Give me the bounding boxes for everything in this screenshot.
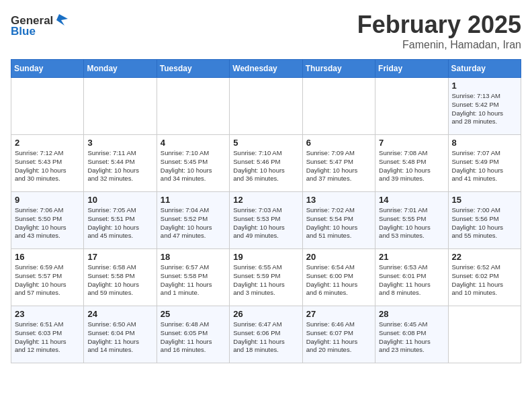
- day-number: 19: [233, 252, 298, 262]
- calendar-week-row: 9Sunrise: 7:06 AM Sunset: 5:50 PM Daylig…: [11, 192, 521, 249]
- calendar-cell: 23Sunrise: 6:51 AM Sunset: 6:03 PM Dayli…: [11, 306, 84, 363]
- day-number: 28: [379, 309, 444, 319]
- day-number: 11: [161, 195, 226, 205]
- calendar-cell: 21Sunrise: 6:53 AM Sunset: 6:01 PM Dayli…: [375, 249, 448, 306]
- calendar-cell: 9Sunrise: 7:06 AM Sunset: 5:50 PM Daylig…: [11, 192, 84, 249]
- calendar-table: SundayMondayTuesdayWednesdayThursdayFrid…: [11, 59, 521, 363]
- calendar-cell: 1Sunrise: 7:13 AM Sunset: 5:42 PM Daylig…: [448, 78, 521, 135]
- calendar-week-row: 2Sunrise: 7:12 AM Sunset: 5:43 PM Daylig…: [11, 135, 521, 192]
- day-info: Sunrise: 7:04 AM Sunset: 5:52 PM Dayligh…: [161, 206, 226, 240]
- calendar-cell: 16Sunrise: 6:59 AM Sunset: 5:57 PM Dayli…: [11, 249, 84, 306]
- day-info: Sunrise: 7:09 AM Sunset: 5:47 PM Dayligh…: [306, 149, 371, 183]
- column-header-thursday: Thursday: [302, 60, 375, 78]
- calendar-cell: 5Sunrise: 7:10 AM Sunset: 5:46 PM Daylig…: [230, 135, 302, 192]
- day-info: Sunrise: 6:52 AM Sunset: 6:02 PM Dayligh…: [452, 263, 517, 298]
- day-number: 13: [306, 195, 371, 205]
- day-number: 25: [161, 309, 226, 319]
- day-info: Sunrise: 6:48 AM Sunset: 6:05 PM Dayligh…: [161, 320, 226, 355]
- day-number: 7: [379, 138, 444, 148]
- day-number: 21: [379, 252, 444, 262]
- calendar-cell: [375, 78, 448, 135]
- day-number: 4: [161, 138, 226, 148]
- calendar-cell: 19Sunrise: 6:55 AM Sunset: 5:59 PM Dayli…: [230, 249, 302, 306]
- calendar-week-row: 16Sunrise: 6:59 AM Sunset: 5:57 PM Dayli…: [11, 249, 521, 306]
- day-number: 20: [306, 252, 371, 262]
- calendar-cell: 24Sunrise: 6:50 AM Sunset: 6:04 PM Dayli…: [84, 306, 157, 363]
- calendar-cell: [302, 78, 375, 135]
- calendar-cell: 26Sunrise: 6:47 AM Sunset: 6:06 PM Dayli…: [230, 306, 302, 363]
- day-info: Sunrise: 6:54 AM Sunset: 6:00 PM Dayligh…: [306, 263, 371, 298]
- day-info: Sunrise: 7:03 AM Sunset: 5:53 PM Dayligh…: [233, 206, 298, 240]
- calendar-cell: 4Sunrise: 7:10 AM Sunset: 5:45 PM Daylig…: [157, 135, 229, 192]
- day-number: 27: [306, 309, 371, 319]
- day-info: Sunrise: 7:11 AM Sunset: 5:44 PM Dayligh…: [87, 149, 152, 183]
- column-header-tuesday: Tuesday: [157, 60, 229, 78]
- calendar-cell: [157, 78, 229, 135]
- column-header-sunday: Sunday: [11, 60, 84, 78]
- day-number: 17: [87, 252, 152, 262]
- calendar-cell: 10Sunrise: 7:05 AM Sunset: 5:51 PM Dayli…: [84, 192, 157, 249]
- location: Famenin, Hamadan, Iran: [357, 39, 521, 51]
- calendar-cell: 11Sunrise: 7:04 AM Sunset: 5:52 PM Dayli…: [157, 192, 229, 249]
- day-info: Sunrise: 7:02 AM Sunset: 5:54 PM Dayligh…: [306, 206, 371, 240]
- day-info: Sunrise: 7:13 AM Sunset: 5:42 PM Dayligh…: [452, 92, 517, 126]
- day-number: 18: [161, 252, 226, 262]
- day-number: 3: [87, 138, 152, 148]
- calendar-cell: 28Sunrise: 6:45 AM Sunset: 6:08 PM Dayli…: [375, 306, 448, 363]
- calendar-cell: 15Sunrise: 7:00 AM Sunset: 5:56 PM Dayli…: [448, 192, 521, 249]
- calendar-cell: 27Sunrise: 6:46 AM Sunset: 6:07 PM Dayli…: [302, 306, 375, 363]
- calendar-cell: 13Sunrise: 7:02 AM Sunset: 5:54 PM Dayli…: [302, 192, 375, 249]
- calendar-cell: 2Sunrise: 7:12 AM Sunset: 5:43 PM Daylig…: [11, 135, 84, 192]
- day-info: Sunrise: 6:57 AM Sunset: 5:58 PM Dayligh…: [161, 263, 226, 298]
- calendar-cell: 8Sunrise: 7:07 AM Sunset: 5:49 PM Daylig…: [448, 135, 521, 192]
- calendar-cell: 6Sunrise: 7:09 AM Sunset: 5:47 PM Daylig…: [302, 135, 375, 192]
- column-header-monday: Monday: [84, 60, 157, 78]
- day-info: Sunrise: 6:50 AM Sunset: 6:04 PM Dayligh…: [87, 320, 152, 355]
- calendar-cell: 12Sunrise: 7:03 AM Sunset: 5:53 PM Dayli…: [230, 192, 302, 249]
- day-info: Sunrise: 7:00 AM Sunset: 5:56 PM Dayligh…: [452, 206, 517, 240]
- day-info: Sunrise: 6:59 AM Sunset: 5:57 PM Dayligh…: [15, 263, 80, 298]
- calendar-cell: 20Sunrise: 6:54 AM Sunset: 6:00 PM Dayli…: [302, 249, 375, 306]
- day-number: 12: [233, 195, 298, 205]
- day-number: 2: [15, 138, 80, 148]
- day-info: Sunrise: 7:12 AM Sunset: 5:43 PM Dayligh…: [15, 149, 80, 183]
- day-number: 15: [452, 195, 517, 205]
- day-number: 16: [15, 252, 80, 262]
- page-header: General Blue February 2025 Famenin, Hama…: [11, 11, 521, 51]
- day-number: 10: [87, 195, 152, 205]
- day-info: Sunrise: 6:47 AM Sunset: 6:06 PM Dayligh…: [233, 320, 298, 355]
- day-number: 26: [233, 309, 298, 319]
- column-header-saturday: Saturday: [448, 60, 521, 78]
- day-info: Sunrise: 7:07 AM Sunset: 5:49 PM Dayligh…: [452, 149, 517, 183]
- day-info: Sunrise: 7:05 AM Sunset: 5:51 PM Dayligh…: [87, 206, 152, 240]
- day-number: 22: [452, 252, 517, 262]
- logo: General Blue: [11, 11, 71, 38]
- calendar-cell: [448, 306, 521, 363]
- day-info: Sunrise: 6:51 AM Sunset: 6:03 PM Dayligh…: [15, 320, 80, 355]
- day-info: Sunrise: 7:10 AM Sunset: 5:46 PM Dayligh…: [233, 149, 298, 183]
- day-number: 14: [379, 195, 444, 205]
- day-number: 6: [306, 138, 371, 148]
- day-number: 8: [452, 138, 517, 148]
- calendar-header-row: SundayMondayTuesdayWednesdayThursdayFrid…: [11, 60, 521, 78]
- day-number: 23: [15, 309, 80, 319]
- calendar-week-row: 1Sunrise: 7:13 AM Sunset: 5:42 PM Daylig…: [11, 78, 521, 135]
- day-info: Sunrise: 6:46 AM Sunset: 6:07 PM Dayligh…: [306, 320, 371, 355]
- calendar-cell: 22Sunrise: 6:52 AM Sunset: 6:02 PM Dayli…: [448, 249, 521, 306]
- day-info: Sunrise: 7:01 AM Sunset: 5:55 PM Dayligh…: [379, 206, 444, 240]
- calendar-cell: [230, 78, 302, 135]
- calendar-cell: 18Sunrise: 6:57 AM Sunset: 5:58 PM Dayli…: [157, 249, 229, 306]
- calendar-cell: [84, 78, 157, 135]
- calendar-cell: [11, 78, 84, 135]
- title-block: February 2025 Famenin, Hamadan, Iran: [357, 11, 521, 51]
- day-number: 24: [87, 309, 152, 319]
- day-number: 9: [15, 195, 80, 205]
- day-info: Sunrise: 6:55 AM Sunset: 5:59 PM Dayligh…: [233, 263, 298, 298]
- day-info: Sunrise: 7:08 AM Sunset: 5:48 PM Dayligh…: [379, 149, 444, 183]
- day-number: 5: [233, 138, 298, 148]
- svg-text:Blue: Blue: [11, 25, 36, 38]
- day-info: Sunrise: 6:53 AM Sunset: 6:01 PM Dayligh…: [379, 263, 444, 298]
- calendar-cell: 7Sunrise: 7:08 AM Sunset: 5:48 PM Daylig…: [375, 135, 448, 192]
- calendar-week-row: 23Sunrise: 6:51 AM Sunset: 6:03 PM Dayli…: [11, 306, 521, 363]
- calendar-cell: 17Sunrise: 6:58 AM Sunset: 5:58 PM Dayli…: [84, 249, 157, 306]
